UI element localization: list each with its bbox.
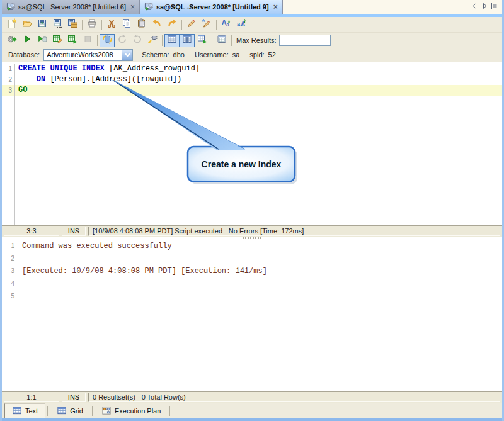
tab-label: sa@SQL -Server 2008* [Untitled 9]	[156, 3, 269, 11]
results-empty-area	[2, 303, 502, 391]
caret-position: 3:3	[4, 227, 59, 236]
callout-annotation: Create a new Index	[2, 62, 502, 225]
insert-mode: INS	[62, 227, 86, 236]
result-line: 1 Command was executed successfully	[2, 240, 502, 252]
database-dropdown[interactable]: AdventureWorks2008	[43, 49, 133, 61]
results-split-button[interactable]	[180, 34, 195, 47]
line-number: 1	[2, 240, 18, 252]
execute-explain-button[interactable]	[65, 34, 80, 47]
window-bottom-edge	[2, 418, 502, 421]
document-tab-icon	[144, 2, 154, 13]
redo-button[interactable]	[164, 18, 180, 31]
execution-plan-tab-icon	[101, 406, 112, 417]
tab-untitled-6[interactable]: sa@SQL -Server 2008* [Untitled 6] ×	[2, 0, 140, 14]
line-number: 3	[2, 265, 18, 278]
save-icon	[37, 18, 47, 31]
save-all-button[interactable]	[65, 18, 80, 31]
sql-editor[interactable]: 1 CREATE UNIQUE INDEX [AK_Address_rowgui…	[2, 62, 502, 225]
splitter-grip[interactable]	[243, 237, 261, 239]
stop-button	[80, 34, 95, 47]
close-icon[interactable]: ×	[130, 4, 135, 10]
reconnect-button[interactable]	[145, 34, 160, 47]
format-sql-options-button[interactable]	[199, 18, 214, 31]
result-text	[18, 252, 22, 265]
result-line: 3 [Executed: 10/9/08 4:08:08 PM PDT] [Ex…	[2, 265, 502, 278]
format-sql-button[interactable]	[184, 18, 199, 31]
save-all-icon	[67, 18, 77, 31]
text-tab-icon	[12, 406, 22, 417]
to-lowercase-button[interactable]: Aa	[219, 18, 234, 31]
commit-icon	[117, 34, 127, 47]
save-button[interactable]	[35, 18, 50, 31]
document-tab-bar: sa@SQL -Server 2008* [Untitled 6] × sa@S…	[2, 0, 502, 14]
execute-edit-icon	[52, 34, 62, 47]
auto-commit-icon	[102, 34, 112, 47]
execute-script-button[interactable]	[35, 34, 50, 47]
tab-label: Text	[25, 407, 38, 415]
result-line: 4	[2, 278, 502, 290]
close-icon[interactable]: ×	[273, 4, 278, 10]
database-label: Database:	[8, 51, 40, 59]
toolbar-separator	[82, 20, 83, 30]
tab-prev-icon[interactable]	[471, 1, 479, 13]
tab-separator	[92, 406, 93, 416]
pin-results-button[interactable]	[214, 34, 229, 47]
result-text	[18, 278, 22, 290]
open-file-button[interactable]	[20, 18, 35, 31]
toolbar-separator	[101, 20, 102, 30]
results-status-bar: 1:1 INS 0 Resultset(s) - 0 Total Row(s)	[2, 391, 502, 403]
execute-edit-button[interactable]	[50, 34, 65, 47]
tab-label: Execution Plan	[115, 407, 161, 415]
combo-arrow-icon[interactable]	[122, 50, 132, 60]
execute-current-icon	[22, 34, 32, 47]
stop-icon	[83, 34, 93, 47]
paste-button[interactable]	[134, 18, 149, 31]
database-value: AdventureWorks2008	[44, 51, 122, 59]
cut-button[interactable]	[104, 18, 119, 31]
tab-separator	[169, 406, 170, 416]
copy-button[interactable]	[119, 18, 134, 31]
new-file-button[interactable]	[4, 18, 20, 31]
tab-text[interactable]: Text	[4, 403, 45, 418]
tab-grid[interactable]: Grid	[50, 403, 90, 418]
execute-script-icon	[37, 34, 47, 47]
to-uppercase-button[interactable]: aA	[234, 18, 249, 31]
execute-explain-icon	[67, 34, 77, 47]
results-export-button[interactable]	[195, 34, 210, 47]
result-line: 5	[2, 290, 502, 303]
rollback-icon	[132, 34, 142, 47]
execute-button[interactable]	[4, 34, 20, 47]
grid-tab-icon	[57, 406, 67, 417]
max-results-input[interactable]	[279, 35, 331, 46]
editor-status-bar: 3:3 INS [10/9/08 4:08:08 PM PDT] Script …	[2, 225, 502, 237]
auto-commit-button[interactable]	[100, 34, 115, 47]
print-button[interactable]	[84, 18, 100, 31]
results-grid-button[interactable]	[164, 34, 180, 47]
undo-button[interactable]	[149, 18, 164, 31]
save-as-icon	[52, 18, 62, 31]
redo-icon	[167, 18, 177, 31]
line-number: 5	[2, 290, 18, 303]
tab-execution-plan[interactable]: Execution Plan	[94, 403, 168, 418]
toolbar-separator	[97, 35, 98, 46]
execute-current-button[interactable]	[20, 34, 35, 47]
result-text	[18, 290, 22, 303]
connection-bar: Database: AdventureWorks2008 Schema: dbo…	[2, 48, 502, 62]
tab-label: sa@SQL -Server 2008* [Untitled 6]	[18, 3, 126, 11]
file-toolbar: Aa aA	[2, 17, 502, 33]
tab-label: Grid	[70, 407, 83, 415]
insert-mode: INS	[62, 393, 86, 402]
uppercase-icon: aA	[236, 18, 246, 31]
new-file-icon	[7, 18, 17, 31]
results-grid-icon	[167, 34, 177, 47]
result-line: 2	[2, 252, 502, 265]
tab-untitled-9[interactable]: sa@SQL -Server 2008* [Untitled 9] ×	[140, 0, 283, 14]
tab-next-icon[interactable]	[481, 1, 489, 13]
tab-list-icon[interactable]	[491, 1, 499, 13]
reconnect-icon	[147, 34, 158, 47]
execution-message: [10/9/08 4:08:08 PM PDT] Script executed…	[88, 227, 500, 236]
paste-icon	[137, 18, 147, 31]
line-number: 2	[2, 252, 18, 265]
save-as-button[interactable]	[50, 18, 65, 31]
results-text-pane[interactable]: 1 Command was executed successfully 2 3 …	[2, 237, 502, 391]
